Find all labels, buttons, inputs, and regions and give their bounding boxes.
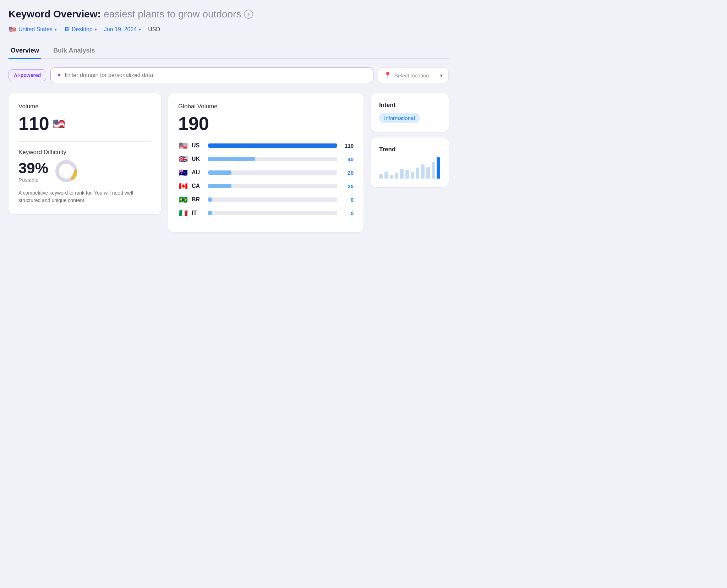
global-volume-card: Global Volume 190 🇺🇸 US 110 🇬🇧 UK 40 🇦🇺 … [168,93,364,232]
bar-container [208,197,337,202]
location-label: United States [18,26,53,33]
device-filter[interactable]: 🖥 Desktop ▾ [64,25,97,34]
filters-row: 🇺🇸 United States ▾ 🖥 Desktop ▾ Jun 19, 2… [9,24,449,35]
global-volume-label: Global Volume [178,103,354,110]
page-title: Keyword Overview: easiest plants to grow… [9,9,449,20]
difficulty-pct: 39% [18,160,48,177]
country-value: 20 [341,170,354,176]
bar-fill [208,157,255,161]
trend-chart [379,157,440,179]
device-icon: 🖥 [64,26,70,33]
add-keyword-icon[interactable]: + [244,10,253,19]
bar-container [208,143,337,148]
volume-flag: 🇺🇸 [53,118,65,130]
location-select-chevron-icon: ▾ [440,73,443,78]
difficulty-row: 39% Possible [18,159,151,184]
bar-container [208,170,337,175]
country-row: 🇬🇧 UK 40 [178,155,354,163]
country-code: IT [192,210,204,216]
cards-grid: Volume 110 🇺🇸 Keyword Difficulty 39% Pos… [9,93,449,232]
date-filter[interactable]: Jun 19, 2024 ▾ [104,25,141,34]
country-flag: 🇨🇦 [178,182,188,190]
volume-value: 110 🇺🇸 [18,113,151,134]
volume-card: Volume 110 🇺🇸 Keyword Difficulty 39% Pos… [9,93,161,214]
location-chevron-icon: ▾ [55,27,57,32]
trend-bar [416,168,419,179]
bar-container [208,211,337,215]
intent-badge: Informational [379,113,420,123]
bar-container [208,157,337,161]
title-keyword: Keyword Overview: [9,9,101,20]
trend-bar [437,157,440,179]
country-value: 0 [341,197,354,203]
country-row: 🇺🇸 US 110 [178,141,354,150]
sparkle-icon: ✦ [56,71,62,79]
country-list: 🇺🇸 US 110 🇬🇧 UK 40 🇦🇺 AU 20 🇨🇦 CA [178,141,354,217]
country-code: BR [192,196,204,203]
bar-fill [208,143,337,148]
title-query: easiest plants to grow outdoors [104,9,241,20]
country-code: US [192,142,204,149]
card-divider [18,141,151,142]
trend-bar [395,173,398,179]
bar-container [208,184,337,188]
intent-label: Intent [379,102,440,109]
bar-fill [208,170,231,175]
location-filter[interactable]: 🇺🇸 United States ▾ [9,24,57,35]
bar-fill [208,184,231,188]
difficulty-desc: A competitive keyword to rank for. You w… [18,189,151,204]
difficulty-label: Keyword Difficulty [18,149,151,156]
difficulty-sub: Possible [18,177,48,183]
country-row: 🇦🇺 AU 20 [178,168,354,177]
location-flag: 🇺🇸 [9,26,16,33]
bar-fill [208,211,212,215]
trend-bar [379,174,383,179]
tabs-row: Overview Bulk Analysis [9,43,449,59]
location-pin-icon: 📍 [384,71,392,79]
country-code: UK [192,156,204,162]
country-code: AU [192,169,204,176]
trend-bar [400,169,404,179]
tab-bulk-analysis[interactable]: Bulk Analysis [51,43,97,59]
country-value: 40 [341,156,354,162]
trend-bar [426,167,430,179]
country-row: 🇨🇦 CA 20 [178,182,354,190]
device-label: Desktop [72,26,93,33]
bar-fill [208,197,212,202]
trend-label: Trend [379,146,440,153]
trend-bar [421,164,425,179]
trend-bar [390,175,393,179]
date-chevron-icon: ▾ [139,27,141,32]
difficulty-donut-chart [54,159,79,184]
intent-card: Intent Informational [371,93,449,132]
country-row: 🇧🇷 BR 0 [178,195,354,204]
country-value: 20 [341,183,354,189]
domain-input-wrapper[interactable]: ✦ [50,67,373,83]
trend-bar [411,172,414,179]
trend-bar [432,162,435,179]
country-flag: 🇮🇹 [178,209,188,217]
page-header: Keyword Overview: easiest plants to grow… [9,9,449,83]
ai-search-row: AI-powered ✦ 📍 Select location ▾ [9,67,449,83]
country-value: 110 [341,143,354,149]
device-chevron-icon: ▾ [95,27,97,32]
trend-bar [405,170,409,179]
currency-label: USD [148,26,160,33]
country-value: 0 [341,210,354,216]
volume-label: Volume [18,103,151,110]
tab-overview[interactable]: Overview [9,43,41,59]
page-wrapper: Keyword Overview: easiest plants to grow… [9,9,449,232]
country-flag: 🇺🇸 [178,141,188,150]
domain-input[interactable] [65,72,367,78]
country-flag: 🇧🇷 [178,195,188,204]
country-flag: 🇦🇺 [178,168,188,177]
trend-card: Trend [371,137,449,187]
location-select[interactable]: 📍 Select location ▾ [378,67,449,83]
country-flag: 🇬🇧 [178,155,188,163]
difficulty-info: 39% Possible [18,160,48,183]
global-volume-value: 190 [178,113,354,134]
location-select-label: Select location [394,72,437,78]
country-row: 🇮🇹 IT 0 [178,209,354,217]
ai-badge: AI-powered [9,69,46,81]
trend-bar [384,172,388,179]
